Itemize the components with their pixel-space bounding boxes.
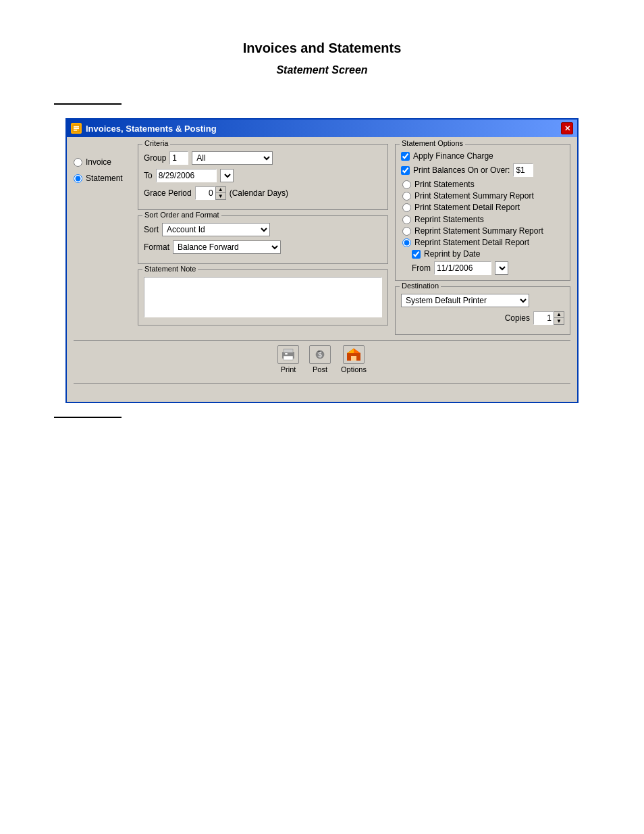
main-window: Invoices, Statements & Posting ✕ Invoice… [65, 118, 579, 403]
options-button[interactable]: Options [341, 345, 367, 373]
print-summary-radio[interactable] [402, 192, 411, 201]
criteria-legend: Criteria [142, 139, 170, 147]
apply-finance-charge-checkbox[interactable] [401, 152, 410, 161]
page-subtitle: Statement Screen [54, 64, 590, 76]
print-button[interactable]: Print [277, 345, 299, 373]
from-date-input[interactable] [434, 261, 491, 275]
from-label: From [412, 263, 431, 273]
svg-text:+: + [317, 348, 321, 355]
statement-label: Statement [86, 174, 123, 183]
statement-options-box: Statement Options Apply Finance Charge P… [395, 144, 570, 281]
page-title: Invoices and Statements [54, 41, 590, 56]
destination-legend: Destination [400, 282, 441, 290]
options-label: Options [341, 365, 367, 373]
radio-statement[interactable]: Statement [74, 174, 131, 183]
print-summary-label: Print Statement Summary Report [414, 191, 534, 201]
grace-period-input[interactable] [195, 186, 215, 200]
close-button[interactable]: ✕ [561, 122, 573, 134]
reprint-by-date-checkbox[interactable] [412, 250, 421, 259]
print-balances-label: Print Balances On or Over: [413, 165, 510, 175]
copies-up[interactable]: ▲ [554, 312, 564, 318]
criteria-box: Criteria Group All To [138, 144, 388, 210]
reprint-detail-radio[interactable] [402, 238, 411, 247]
svg-rect-2 [74, 128, 79, 130]
window-title: Invoices, Statements & Posting [86, 124, 217, 134]
sort-order-legend: Sort Order and Format [142, 211, 221, 219]
print-label: Print [281, 365, 296, 373]
svg-rect-6 [284, 356, 293, 360]
format-dropdown[interactable]: Balance Forward [173, 240, 281, 254]
statement-note-box: Statement Note [138, 269, 388, 325]
to-date-dropdown[interactable] [220, 169, 234, 182]
toolbar: Print $ + - Post [74, 340, 570, 377]
to-date-input[interactable] [156, 169, 217, 182]
reprint-detail-label: Reprint Statement Detail Report [414, 238, 529, 247]
grace-period-down[interactable]: ▼ [216, 193, 225, 199]
window-titlebar: Invoices, Statements & Posting ✕ [67, 120, 577, 137]
svg-rect-1 [74, 126, 79, 128]
group-input[interactable] [169, 151, 188, 165]
sort-dropdown[interactable]: Account Id [162, 223, 270, 236]
svg-rect-3 [74, 130, 77, 131]
svg-text:-: - [321, 348, 323, 355]
bottom-divider [54, 417, 122, 418]
destination-box: Destination System Default Printer Copie… [395, 286, 570, 335]
to-label: To [144, 171, 153, 180]
format-label: Format [144, 242, 169, 252]
print-balances-amount[interactable] [513, 163, 533, 177]
copies-down[interactable]: ▼ [554, 318, 564, 324]
top-divider [54, 103, 122, 105]
svg-rect-7 [285, 353, 288, 355]
sort-order-box: Sort Order and Format Sort Account Id Fo… [138, 215, 388, 264]
grace-period-unit: (Calendar Days) [230, 188, 288, 198]
statement-options-legend: Statement Options [400, 139, 465, 147]
print-statements-radio[interactable] [402, 180, 411, 189]
group-dropdown[interactable]: All [192, 151, 273, 165]
svg-rect-15 [351, 356, 356, 361]
reprint-statements-label: Reprint Statements [414, 215, 484, 224]
reprint-summary-radio[interactable] [402, 227, 411, 236]
invoice-label: Invoice [86, 157, 111, 167]
apply-finance-charge-label: Apply Finance Charge [413, 151, 493, 161]
svg-marker-13 [354, 348, 360, 353]
post-button[interactable]: $ + - Post [309, 345, 331, 373]
status-bar [74, 383, 570, 395]
svg-rect-5 [284, 349, 293, 353]
grace-period-up[interactable]: ▲ [216, 187, 225, 193]
radio-invoice[interactable]: Invoice [74, 157, 131, 167]
copies-input[interactable] [533, 311, 554, 325]
grace-period-label: Grace Period [144, 188, 192, 198]
reprint-by-date-label: Reprint by Date [424, 249, 480, 259]
group-label: Group [144, 153, 166, 163]
reprint-statements-radio[interactable] [402, 215, 411, 224]
svg-marker-14 [347, 348, 354, 353]
window-icon [71, 123, 82, 134]
print-balances-checkbox[interactable] [401, 166, 410, 175]
from-date-dropdown[interactable] [495, 261, 508, 275]
print-statements-label: Print Statements [414, 180, 475, 189]
sort-label: Sort [144, 225, 159, 234]
printer-dropdown[interactable]: System Default Printer [401, 294, 529, 307]
statement-note-legend: Statement Note [142, 265, 198, 273]
post-label: Post [313, 365, 327, 373]
statement-note-input[interactable] [144, 277, 382, 317]
reprint-summary-label: Reprint Statement Summary Report [414, 226, 543, 236]
print-detail-radio[interactable] [402, 203, 411, 212]
copies-label: Copies [505, 313, 530, 323]
print-detail-label: Print Statement Detail Report [414, 203, 520, 212]
